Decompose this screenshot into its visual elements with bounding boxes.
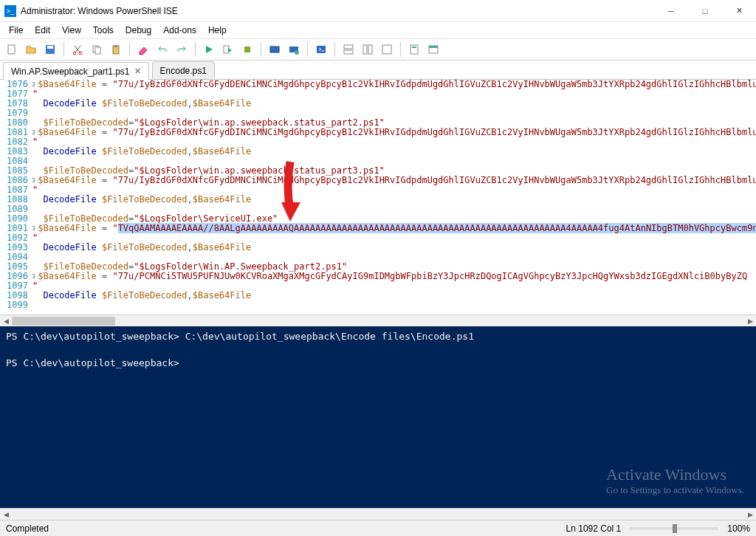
svg-rect-16	[344, 50, 353, 54]
clear-icon[interactable]	[134, 41, 152, 58]
scroll-left-icon[interactable]: ◀	[0, 509, 12, 520]
tabstrip: Win.AP.Sweepback_part1.ps1 ✕ Encode.ps1	[0, 61, 756, 80]
scroll-track[interactable]	[12, 315, 744, 327]
menu-view[interactable]: View	[56, 24, 87, 37]
toolbar-separator	[261, 42, 261, 57]
new-icon[interactable]	[3, 41, 21, 58]
svg-rect-9	[224, 46, 229, 53]
svg-rect-21	[412, 47, 416, 48]
line-numbers: 1076107710781079108010811082108310841085…	[0, 80, 32, 315]
window-title: Administrator: Windows PowerShell ISE	[21, 6, 654, 16]
scroll-right-icon[interactable]: ▶	[744, 315, 756, 327]
menu-tools[interactable]: Tools	[87, 24, 120, 37]
save-icon[interactable]	[41, 41, 59, 58]
activate-windows-watermark: Activate Windows Go to Settings to activ…	[606, 465, 744, 496]
toolbar-separator	[307, 42, 308, 57]
zoom-level: 100%	[727, 523, 750, 534]
copy-icon[interactable]	[88, 41, 106, 58]
toolbar-separator	[63, 42, 64, 57]
watermark-subtitle: Go to Settings to activate Windows.	[606, 484, 744, 496]
console-pane[interactable]: PS C:\dev\autopilot_sweepback> C:\dev\au…	[0, 326, 756, 508]
titlebar: >_ Administrator: Windows PowerShell ISE…	[0, 0, 756, 22]
svg-point-13	[295, 50, 299, 55]
status-text: Completed	[6, 523, 49, 534]
svg-rect-6	[95, 47, 100, 54]
app-icon: >_	[4, 5, 16, 17]
menu-edit[interactable]: Edit	[29, 24, 56, 37]
tab-label: Encode.ps1	[160, 66, 207, 76]
paste-icon[interactable]	[107, 41, 125, 58]
svg-rect-18	[368, 45, 372, 54]
editor-pane[interactable]: 1076107710781079108010811082108310841085…	[0, 80, 756, 315]
svg-rect-15	[344, 45, 353, 49]
show-script-pane-right-icon[interactable]	[359, 41, 377, 58]
svg-rect-20	[410, 45, 418, 54]
menu-help[interactable]: Help	[202, 24, 233, 37]
run-selection-icon[interactable]	[219, 41, 237, 58]
scroll-thumb[interactable]	[12, 317, 115, 326]
open-icon[interactable]	[22, 41, 40, 58]
tab-sweepback[interactable]: Win.AP.Sweepback_part1.ps1 ✕	[3, 62, 149, 80]
console-line	[6, 344, 750, 357]
statusbar: Completed Ln 1092 Col 1 100%	[0, 520, 756, 536]
menu-file[interactable]: File	[3, 24, 29, 37]
scroll-track[interactable]	[12, 509, 744, 520]
remote-session-icon[interactable]	[285, 41, 303, 58]
window-buttons: ─ □ ✕	[654, 0, 756, 22]
show-script-pane-top-icon[interactable]	[340, 41, 357, 58]
tab-close-icon[interactable]: ✕	[134, 66, 141, 76]
watermark-title: Activate Windows	[606, 465, 744, 484]
svg-rect-19	[382, 45, 391, 54]
new-remote-tab-icon[interactable]	[266, 41, 284, 58]
menu-addons[interactable]: Add-ons	[157, 24, 202, 37]
cursor-position: Ln 1092 Col 1	[566, 523, 622, 534]
scroll-left-icon[interactable]: ◀	[0, 315, 12, 327]
svg-rect-8	[114, 45, 117, 47]
menu-debug[interactable]: Debug	[120, 24, 157, 37]
stop-icon[interactable]	[238, 41, 256, 58]
svg-rect-10	[244, 47, 250, 52]
console-scrollbar-horizontal[interactable]: ◀ ▶	[0, 508, 756, 520]
cut-icon[interactable]	[69, 41, 86, 58]
svg-rect-17	[363, 45, 367, 54]
toolbar	[0, 38, 756, 61]
close-button[interactable]: ✕	[722, 0, 756, 22]
powershell-icon[interactable]	[312, 41, 330, 58]
svg-rect-11	[270, 47, 279, 52]
toolbar-separator	[195, 42, 196, 57]
code-area[interactable]: ⊟$Base64File = "77u/IyBzdGF0dXNfcGFydDEN…	[32, 80, 756, 315]
tab-encode[interactable]: Encode.ps1	[152, 61, 215, 79]
toolbar-separator	[129, 42, 130, 57]
tab-label: Win.AP.Sweepback_part1.ps1	[11, 66, 130, 77]
show-script-pane-max-icon[interactable]	[378, 41, 396, 58]
undo-icon[interactable]	[154, 41, 171, 58]
console-line: PS C:\dev\autopilot_sweepback>	[6, 357, 750, 371]
console-line: PS C:\dev\autopilot_sweepback> C:\dev\au…	[6, 331, 750, 344]
show-command-window-icon[interactable]	[425, 41, 442, 58]
show-command-addon-icon[interactable]	[405, 41, 423, 58]
zoom-slider[interactable]	[630, 527, 718, 530]
toolbar-separator	[334, 42, 335, 57]
menubar: File Edit View Tools Debug Add-ons Help	[0, 22, 756, 38]
svg-rect-2	[47, 46, 53, 49]
svg-rect-23	[429, 46, 438, 48]
redo-icon[interactable]	[173, 41, 190, 58]
minimize-button[interactable]: ─	[654, 0, 688, 22]
svg-rect-0	[8, 45, 15, 54]
maximize-button[interactable]: □	[688, 0, 722, 22]
toolbar-separator	[400, 42, 401, 57]
run-icon[interactable]	[200, 41, 218, 58]
editor-scrollbar-horizontal[interactable]: ◀ ▶	[0, 315, 756, 326]
scroll-right-icon[interactable]: ▶	[744, 509, 756, 520]
